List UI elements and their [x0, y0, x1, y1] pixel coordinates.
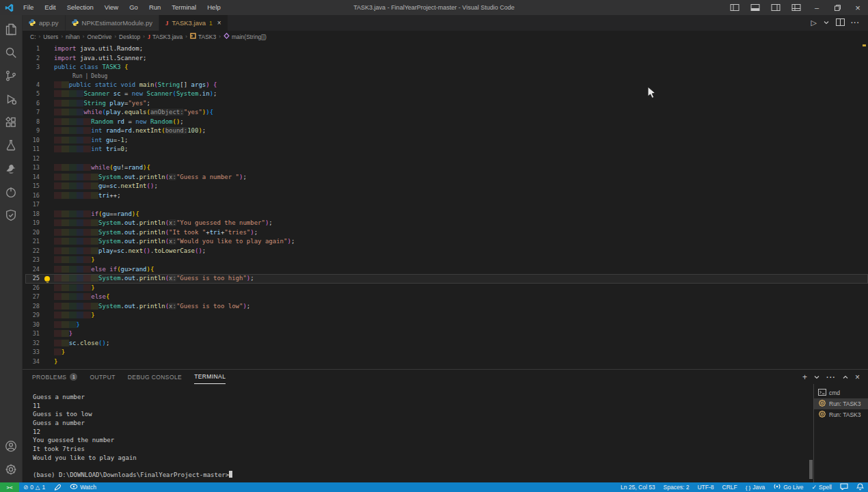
menu-file[interactable]: File	[18, 0, 39, 15]
activity-extensions[interactable]	[0, 112, 23, 135]
line-number[interactable]: 9	[25, 126, 43, 136]
code-line-13[interactable]: 13 while(gu!=rand){	[25, 163, 868, 173]
activity-settings[interactable]	[0, 459, 23, 482]
status-go-live[interactable]: Go Live	[769, 482, 807, 492]
code-line-14[interactable]: 14 System.out.println(x:"Guess a number …	[25, 173, 868, 182]
code-line-3[interactable]: 3public class TASK3 {	[25, 63, 868, 72]
status-feedback[interactable]	[836, 482, 852, 492]
line-number[interactable]: 8	[25, 118, 43, 127]
breadcrumb-item-c[interactable]: C:	[30, 33, 36, 40]
line-number[interactable]: 17	[25, 200, 43, 210]
code-line-18[interactable]: 18 if(gu==rand){	[25, 210, 868, 219]
line-number[interactable]: 10	[25, 136, 43, 146]
activity-shield-check[interactable]	[0, 205, 23, 228]
status-language-mode[interactable]: { }Java	[742, 482, 770, 492]
code-line-26[interactable]: 26 }	[25, 284, 868, 293]
status-indentation[interactable]: Spaces: 2	[660, 482, 694, 492]
line-number[interactable]: 30	[25, 320, 43, 330]
breadcrumb-item-users[interactable]: Users	[43, 33, 58, 40]
close-icon[interactable]: ×	[217, 19, 221, 27]
activity-power[interactable]	[0, 182, 23, 205]
code-line-5[interactable]: 5 Scanner sc = new Scanner(System.in);	[25, 90, 868, 99]
code-line-17[interactable]: 17	[25, 200, 868, 210]
code-line-24[interactable]: 24 else if(gu>rand){	[25, 265, 868, 275]
code-line-28[interactable]: 28 System.out.println(x:"Guess is too lo…	[25, 302, 868, 312]
layout-panel-icon[interactable]	[745, 0, 765, 15]
code-line-27[interactable]: 27 else{	[25, 292, 868, 302]
activity-explorer[interactable]	[0, 19, 23, 42]
line-number[interactable]: 19	[25, 219, 43, 228]
code-line-4[interactable]: 4 public static void main(String[] args)…	[25, 81, 868, 90]
dropdown-icon[interactable]	[813, 373, 820, 381]
activity-accounts[interactable]	[0, 436, 23, 459]
tab-task3-java[interactable]: JTASK3.java1×	[159, 15, 228, 31]
activity-testing[interactable]	[0, 135, 23, 159]
close-panel-icon[interactable]: ×	[855, 372, 860, 382]
menu-view[interactable]: View	[99, 0, 124, 15]
lightbulb-icon[interactable]	[44, 276, 50, 282]
line-number[interactable]: 22	[25, 247, 43, 256]
line-number[interactable]: 28	[25, 302, 43, 312]
layout-customize-icon[interactable]	[786, 0, 806, 15]
panel-tab-debug-console[interactable]: DEBUG CONSOLE	[128, 370, 182, 384]
code-line-30[interactable]: 30 }	[25, 320, 868, 330]
terminal-list-item-run-task3[interactable]: Run: TASK3	[814, 398, 868, 409]
code-line-8[interactable]: 8 Random rd = new Random();	[25, 118, 868, 127]
code-line-33[interactable]: 33 }	[25, 348, 868, 357]
code-line-23[interactable]: 23 }	[25, 256, 868, 265]
line-number[interactable]: 33	[25, 348, 43, 357]
code-line-7[interactable]: 7 while(play.equals(anObject:"yes")){	[25, 108, 868, 118]
line-number[interactable]: 7	[25, 108, 43, 118]
line-number[interactable]: 27	[25, 292, 43, 302]
terminal-scrollbar[interactable]	[809, 460, 813, 479]
code-line-9[interactable]: 9 int rand=rd.nextInt(bound:100);	[25, 126, 868, 136]
code-line-32[interactable]: 32 sc.close();	[25, 339, 868, 348]
code-line-16[interactable]: 16 tri++;	[25, 191, 868, 201]
code-line-11[interactable]: 11 int tri=0;	[25, 145, 868, 154]
code-line-6[interactable]: 6 String play="yes";	[25, 99, 868, 109]
line-number[interactable]: 14	[25, 173, 43, 182]
breadcrumb-item-desktop[interactable]: Desktop	[119, 33, 140, 40]
line-number[interactable]: 20	[25, 228, 43, 238]
line-number[interactable]: 34	[25, 357, 43, 367]
menu-edit[interactable]: Edit	[39, 0, 61, 15]
line-number[interactable]: 21	[25, 237, 43, 247]
line-number[interactable]: 5	[25, 90, 43, 99]
line-number[interactable]: 18	[25, 210, 43, 219]
layout-sidebar-icon[interactable]	[724, 0, 745, 15]
status-encoding[interactable]: UTF-8	[693, 482, 718, 492]
code-line-12[interactable]: 12	[25, 154, 868, 164]
status-notifications[interactable]	[852, 482, 868, 492]
activity-run-and-debug[interactable]	[0, 89, 23, 112]
code-line-2[interactable]: 2import java.util.Scanner;	[25, 54, 868, 64]
terminal-list-item-run-task3[interactable]: Run: TASK3	[814, 409, 868, 420]
status-debug-launch[interactable]	[49, 482, 66, 492]
run-button[interactable]: ▷	[811, 18, 817, 27]
more-icon[interactable]: ···	[851, 19, 860, 27]
code-editor[interactable]: 1import java.util.Random;2import java.ut…	[23, 42, 868, 369]
close-icon[interactable]: ×	[847, 0, 868, 15]
code-line-29[interactable]: 29 }	[25, 311, 868, 320]
code-line-22[interactable]: 22 play=sc.next().toLowerCase();	[25, 247, 868, 256]
breadcrumb-item-task3[interactable]: TASK3	[190, 33, 216, 40]
codelens-debug[interactable]: Debug	[91, 72, 107, 81]
new-terminal-icon[interactable]: +	[802, 373, 807, 381]
breadcrumb-item-main-string[interactable]: main(String[])	[223, 33, 267, 40]
menu-go[interactable]: Go	[124, 0, 144, 15]
chevron-up-icon[interactable]	[842, 373, 849, 381]
run-dropdown-icon[interactable]	[823, 19, 830, 27]
line-number[interactable]: 31	[25, 329, 43, 339]
breadcrumb-item-task3-java[interactable]: JTASK3.java	[148, 33, 182, 40]
line-number[interactable]: 26	[25, 284, 43, 293]
status-problems[interactable]: ⊘0△1	[19, 482, 49, 492]
status-remote[interactable]: ><	[0, 482, 19, 492]
minimize-icon[interactable]: –	[806, 0, 827, 15]
line-number[interactable]: 6	[25, 99, 43, 109]
breadcrumb-item-nihan[interactable]: nihan	[66, 33, 80, 40]
codelens-run[interactable]: Run	[72, 72, 82, 81]
code-line-19[interactable]: 19 System.out.println(x:"You guessed the…	[25, 219, 868, 228]
menu-run[interactable]: Run	[144, 0, 166, 15]
line-number[interactable]: 13	[25, 163, 43, 173]
panel-tab-problems[interactable]: PROBLEMS1	[32, 370, 77, 384]
line-number[interactable]: 15	[25, 182, 43, 191]
